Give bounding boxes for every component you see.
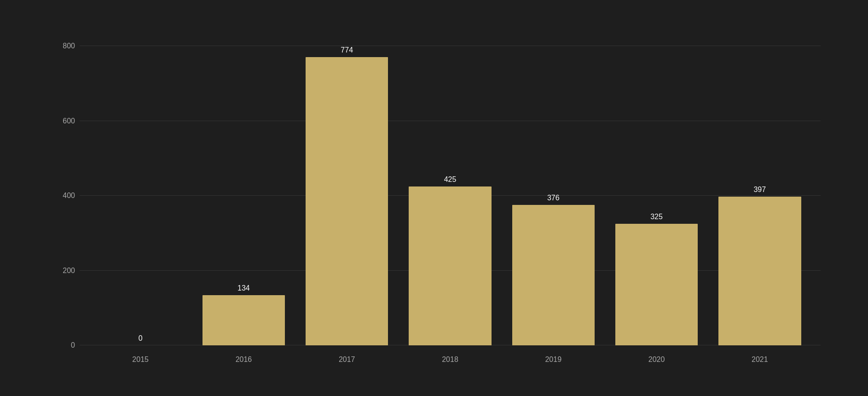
y-axis-label: 0: [71, 341, 75, 349]
bar-group: 774: [295, 46, 399, 345]
bar-value-label: 325: [650, 213, 663, 221]
x-axis-label: 2020: [605, 355, 708, 364]
chart-area: 8006004002000 0134774425376325397 201520…: [57, 46, 821, 345]
y-axis: 8006004002000: [57, 46, 80, 345]
bar: [306, 57, 388, 345]
x-axis: 2015201620172018201920202021: [80, 355, 821, 364]
x-axis-label: 2018: [399, 355, 502, 364]
bar: [718, 197, 801, 345]
y-axis-label: 600: [63, 117, 75, 125]
bar-group: 397: [708, 46, 811, 345]
y-axis-label: 200: [63, 267, 75, 275]
bar-group: 134: [192, 46, 295, 345]
bar-value-label: 0: [139, 334, 143, 343]
bar-group: 325: [605, 46, 708, 345]
bar-group: 376: [502, 46, 605, 345]
bar: [615, 224, 698, 345]
x-axis-label: 2017: [295, 355, 399, 364]
bar: [409, 186, 491, 345]
chart-container: 8006004002000 0134774425376325397 201520…: [20, 14, 848, 382]
x-axis-label: 2016: [192, 355, 295, 364]
bar-value-label: 425: [444, 175, 457, 184]
bar-value-label: 397: [753, 186, 766, 194]
bar-group: 0: [89, 46, 192, 345]
bar: [512, 205, 595, 346]
bar-value-label: 376: [547, 194, 560, 202]
bar-value-label: 774: [341, 46, 353, 54]
x-axis-label: 2021: [708, 355, 811, 364]
y-axis-label: 800: [63, 42, 75, 50]
bar: [203, 295, 285, 345]
bar-value-label: 134: [237, 284, 250, 292]
bar-group: 425: [399, 46, 502, 345]
bars-area: 0134774425376325397: [80, 46, 821, 345]
x-axis-label: 2019: [502, 355, 605, 364]
y-axis-label: 400: [63, 192, 75, 200]
x-axis-label: 2015: [89, 355, 192, 364]
